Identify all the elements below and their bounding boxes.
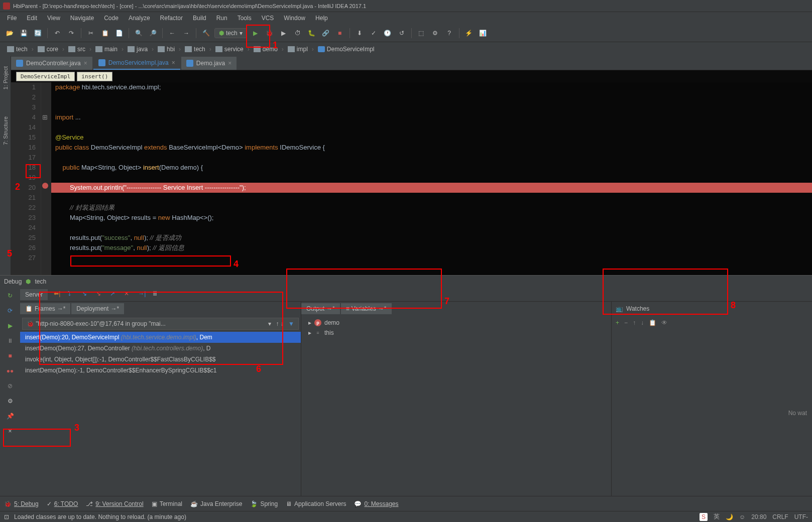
bug2-icon[interactable]: 🐛 bbox=[306, 28, 317, 39]
bc-core[interactable]: core bbox=[35, 45, 61, 54]
paste-icon[interactable]: 📄 bbox=[113, 28, 125, 39]
step-out-icon[interactable]: ↗ bbox=[110, 290, 119, 299]
find-icon[interactable]: 🔍 bbox=[133, 28, 144, 39]
drop-frame-icon[interactable]: ✕ bbox=[124, 290, 133, 299]
output-tab[interactable]: Output→* bbox=[301, 303, 340, 314]
menu-analyze[interactable]: Analyze bbox=[125, 14, 154, 23]
bc-tech[interactable]: tech bbox=[4, 45, 31, 54]
method-name[interactable]: insert() bbox=[77, 72, 112, 81]
breakpoints-icon[interactable]: ●● bbox=[5, 366, 15, 376]
btool-debug[interactable]: 🐞5: Debug bbox=[4, 500, 39, 507]
update-icon[interactable]: ⟳ bbox=[5, 306, 15, 316]
line-separator[interactable]: CRLF bbox=[772, 513, 788, 520]
bc-service[interactable]: service bbox=[212, 45, 247, 54]
server-tab[interactable]: Server bbox=[20, 289, 48, 300]
tab-demoserviceimpl[interactable]: DemoServiceImpl.java× bbox=[93, 57, 180, 70]
stack-frame-2[interactable]: invoke(int, Object, Object[]):-1, DemoCo… bbox=[20, 354, 301, 365]
close-icon[interactable]: × bbox=[84, 60, 87, 67]
run-config-dropdown[interactable]: ⬢ tech ▾ bbox=[214, 28, 247, 38]
chevron-down-icon[interactable]: ▾ bbox=[268, 320, 271, 327]
remove-watch-icon[interactable]: − bbox=[624, 319, 628, 326]
stack-frame-0[interactable]: insert(Demo):20, DemoServiceImpl (hbi.te… bbox=[20, 332, 301, 343]
bc-tech2[interactable]: tech bbox=[182, 45, 208, 54]
rerun-icon[interactable]: ↻ bbox=[5, 291, 15, 301]
deployment-tab[interactable]: Deployment→* bbox=[71, 303, 124, 314]
bc-impl[interactable]: impl bbox=[285, 45, 311, 54]
method-class[interactable]: DemoServiceImpl bbox=[16, 72, 75, 81]
close-icon[interactable]: × bbox=[172, 59, 175, 66]
sync-icon[interactable]: 🔄 bbox=[32, 28, 43, 39]
menu-build[interactable]: Build bbox=[189, 14, 210, 23]
btool-spring[interactable]: 🍃Spring bbox=[250, 500, 278, 507]
bc-file[interactable]: DemoServiceImpl bbox=[315, 45, 378, 54]
btool-vcs[interactable]: ⎇9: Version Control bbox=[86, 500, 143, 507]
next-frame-icon[interactable]: ↓ bbox=[281, 320, 284, 327]
menu-code[interactable]: Code bbox=[100, 14, 123, 23]
btool-todo[interactable]: ✓6: TODO bbox=[47, 500, 78, 507]
structure-icon[interactable]: ⬚ bbox=[416, 28, 427, 39]
run-icon[interactable]: ▶ bbox=[250, 28, 261, 39]
sidebar-structure[interactable]: 7: Structure bbox=[3, 110, 9, 151]
attach-icon[interactable]: 🔗 bbox=[320, 28, 331, 39]
profile-icon[interactable]: ⏱ bbox=[292, 28, 303, 39]
vcs-revert-icon[interactable]: ↺ bbox=[396, 28, 407, 39]
menu-window[interactable]: Window bbox=[280, 14, 309, 23]
debug-icon[interactable]: 🐞 bbox=[264, 28, 275, 39]
open-icon[interactable]: 📂 bbox=[4, 28, 15, 39]
stop-icon[interactable]: ■ bbox=[334, 28, 345, 39]
sidebar-project[interactable]: 1: Project bbox=[3, 60, 9, 95]
mute-icon[interactable]: ⊘ bbox=[5, 381, 15, 391]
variables-tab[interactable]: ≡Variables→* bbox=[341, 303, 392, 314]
code-editor[interactable]: 1234 14151617 18192021 22232425 2627 ⊞ p… bbox=[11, 82, 812, 275]
step-over-icon[interactable]: ⤵ bbox=[68, 290, 77, 299]
btool-messages[interactable]: 💬0: Messages bbox=[354, 500, 398, 507]
close-icon[interactable]: × bbox=[5, 426, 15, 436]
breakpoint-icon[interactable] bbox=[42, 183, 48, 189]
menu-navigate[interactable]: Navigate bbox=[66, 14, 98, 23]
vcs-history-icon[interactable]: 🕐 bbox=[382, 28, 393, 39]
undo-icon[interactable]: ↶ bbox=[52, 28, 63, 39]
copy-icon[interactable]: 📋 bbox=[649, 319, 656, 326]
prev-frame-icon[interactable]: ↑ bbox=[276, 320, 279, 327]
cut-icon[interactable]: ✂ bbox=[85, 28, 96, 39]
forward-icon[interactable]: → bbox=[181, 28, 192, 39]
btool-terminal[interactable]: ▣Terminal bbox=[152, 500, 182, 507]
save-icon[interactable]: 💾 bbox=[18, 28, 29, 39]
run-to-cursor-icon[interactable]: →| bbox=[138, 290, 147, 299]
code-content[interactable]: package hbi.tech.service.demo.impl; impo… bbox=[51, 82, 812, 275]
menu-run[interactable]: Run bbox=[212, 14, 231, 23]
bc-hbi[interactable]: hbi bbox=[155, 45, 178, 54]
ime-moon-icon[interactable]: 🌙 bbox=[726, 513, 733, 520]
filter-icon[interactable]: ▼ bbox=[288, 320, 294, 327]
step-into-icon[interactable]: ↘ bbox=[82, 290, 91, 299]
encoding[interactable]: UTF- bbox=[794, 513, 808, 520]
vcs-update-icon[interactable]: ⬇ bbox=[354, 28, 365, 39]
bc-src[interactable]: src bbox=[65, 45, 88, 54]
menu-edit[interactable]: Edit bbox=[23, 14, 41, 23]
stop-icon[interactable]: ■ bbox=[5, 351, 15, 361]
ime-smile-icon[interactable]: ☺ bbox=[739, 513, 745, 520]
settings-icon[interactable]: ⚙ bbox=[5, 396, 15, 406]
replace-icon[interactable]: 🔎 bbox=[147, 28, 158, 39]
ime-icon[interactable]: S bbox=[700, 513, 708, 521]
bc-main[interactable]: main bbox=[92, 45, 121, 54]
stack-frame-1[interactable]: insertDemo(Demo):27, DemoController (hbi… bbox=[20, 343, 301, 354]
settings-icon[interactable]: ⚙ bbox=[430, 28, 441, 39]
pin-icon[interactable]: 📌 bbox=[5, 411, 15, 421]
tab-democontroller[interactable]: DemoController.java× bbox=[11, 57, 92, 70]
menu-help[interactable]: Help bbox=[311, 14, 332, 23]
back-icon[interactable]: ← bbox=[167, 28, 178, 39]
var-demo[interactable]: ▸pdemo bbox=[303, 318, 609, 328]
menu-view[interactable]: View bbox=[43, 14, 64, 23]
bc-java[interactable]: java bbox=[125, 45, 151, 54]
add-watch-icon[interactable]: + bbox=[616, 319, 619, 326]
cursor-position[interactable]: 20:80 bbox=[751, 513, 766, 520]
thread-selector[interactable]: 🐞 "http-nio-8080-exec-10"@17,674 in grou… bbox=[22, 318, 299, 330]
frames-tab[interactable]: 📋Frames→* bbox=[20, 303, 70, 314]
coverage-icon[interactable]: ▶ bbox=[278, 28, 289, 39]
close-icon[interactable]: × bbox=[228, 60, 231, 67]
up-icon[interactable]: ↑ bbox=[633, 319, 636, 326]
copy-icon[interactable]: 📋 bbox=[99, 28, 110, 39]
menu-file[interactable]: File bbox=[3, 14, 21, 23]
view-icon[interactable]: 👁 bbox=[661, 319, 667, 326]
